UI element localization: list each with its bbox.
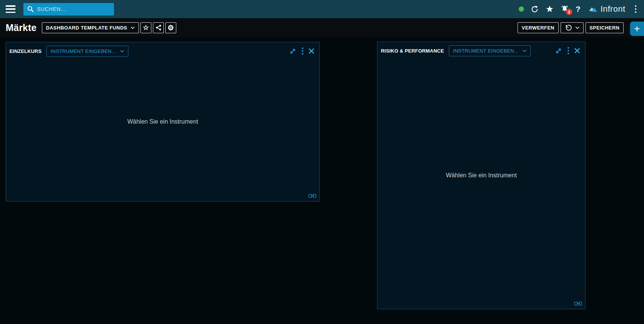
close-widget-icon[interactable] bbox=[308, 48, 314, 54]
search-icon bbox=[27, 6, 34, 12]
save-button-label: SPEICHERN bbox=[590, 25, 619, 31]
favorites-star-icon[interactable]: ★ bbox=[545, 5, 554, 14]
app-window: ★ 3 ? Infront bbox=[0, 0, 644, 324]
expand-widget-icon[interactable] bbox=[289, 47, 297, 55]
share-dashboard-button[interactable] bbox=[153, 22, 164, 33]
search-input[interactable] bbox=[37, 6, 110, 12]
infront-logo: Infront bbox=[589, 4, 626, 14]
link-channel-icon[interactable] bbox=[574, 301, 582, 306]
widget-menu-icon[interactable] bbox=[567, 47, 569, 54]
dashboard-toolbar: Märkte DASHBOARD TEMPLATE FUNDS ☆ bbox=[0, 18, 644, 37]
widget-header: RISIKO & PERFORMANCE INSTRUMENT EINGEBEN… bbox=[377, 45, 585, 56]
save-button[interactable]: SPEICHERN bbox=[585, 22, 624, 33]
empty-state-message: Wählen Sie ein Instrument bbox=[377, 42, 585, 309]
infront-logo-icon bbox=[589, 5, 598, 14]
widget-title: RISIKO & PERFORMANCE bbox=[381, 48, 444, 54]
overflow-menu-icon[interactable] bbox=[633, 5, 638, 14]
instrument-selector[interactable]: INSTRUMENT EINGEBEN... bbox=[449, 45, 531, 56]
chevron-down-icon bbox=[120, 50, 124, 53]
add-widget-button[interactable]: + bbox=[630, 22, 644, 36]
star-outline-icon: ☆ bbox=[143, 24, 149, 31]
widget-header: EINZELKURS INSTRUMENT EINGEBEN... bbox=[6, 45, 319, 57]
chevron-down-icon bbox=[522, 50, 527, 52]
widget-risiko-performance: RISIKO & PERFORMANCE INSTRUMENT EINGEBEN… bbox=[377, 42, 585, 309]
discard-button[interactable]: VERWERFEN bbox=[518, 22, 558, 33]
link-channel-icon[interactable] bbox=[308, 193, 316, 198]
history-undo-icon bbox=[565, 24, 572, 31]
instrument-selector-label: INSTRUMENT EINGEBEN... bbox=[453, 48, 518, 54]
hamburger-menu-icon[interactable] bbox=[6, 5, 15, 13]
top-bar-icons: ★ 3 ? Infront bbox=[519, 4, 638, 14]
help-icon[interactable]: ? bbox=[576, 5, 581, 14]
discard-button-label: VERWERFEN bbox=[522, 25, 554, 31]
instrument-selector[interactable]: INSTRUMENT EINGEBEN... bbox=[46, 46, 128, 57]
chevron-down-icon bbox=[575, 26, 579, 29]
widget-title: EINZELKURS bbox=[9, 48, 42, 54]
instrument-selector-label: INSTRUMENT EINGEBEN... bbox=[51, 48, 116, 54]
search-box[interactable] bbox=[23, 3, 114, 16]
share-icon bbox=[155, 24, 162, 31]
close-widget-icon[interactable] bbox=[574, 48, 580, 54]
refresh-icon[interactable] bbox=[530, 5, 539, 14]
dashboard-selector-label: DASHBOARD TEMPLATE FUNDS bbox=[46, 25, 127, 31]
widget-menu-icon[interactable] bbox=[302, 47, 304, 55]
notifications-bell-icon[interactable]: 3 bbox=[560, 5, 569, 14]
connection-status-indicator bbox=[519, 6, 524, 12]
widget-einzelkurs: EINZELKURS INSTRUMENT EINGEBEN... bbox=[6, 42, 320, 202]
page-title: Märkte bbox=[6, 22, 37, 33]
top-bar: ★ 3 ? Infront bbox=[0, 0, 644, 18]
dashboard-selector[interactable]: DASHBOARD TEMPLATE FUNDS bbox=[42, 22, 139, 33]
restore-version-button[interactable] bbox=[561, 22, 584, 33]
chevron-down-icon bbox=[131, 26, 135, 29]
dashboard-settings-button[interactable]: ⚙ bbox=[165, 22, 176, 33]
notification-count-badge: 3 bbox=[566, 9, 572, 15]
empty-state-message: Wählen Sie ein Instrument bbox=[6, 42, 319, 201]
gear-icon: ⚙ bbox=[168, 24, 174, 31]
expand-widget-icon[interactable] bbox=[555, 47, 562, 55]
infront-logo-text: Infront bbox=[601, 4, 626, 14]
favorite-dashboard-button[interactable]: ☆ bbox=[140, 22, 151, 33]
